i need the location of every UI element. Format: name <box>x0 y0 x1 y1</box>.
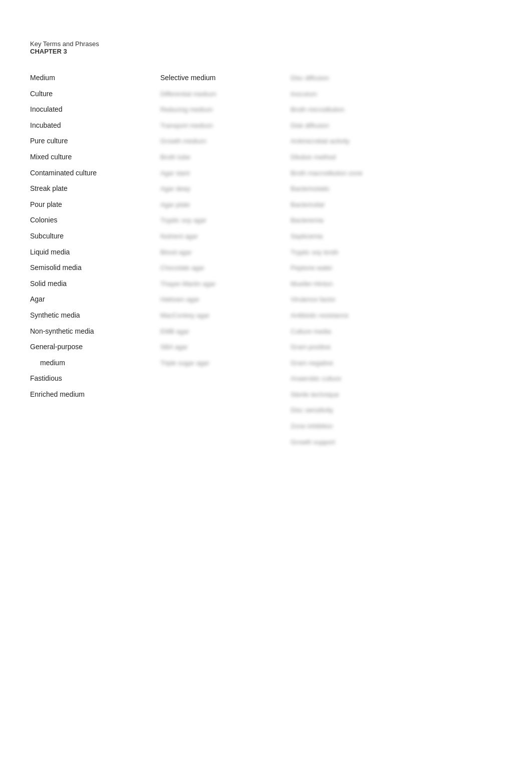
list-item: Anaerobic culture <box>291 371 502 387</box>
list-item: Bacteremia <box>291 212 502 228</box>
list-item: Agar <box>30 292 160 308</box>
header-line1: Key Terms and Phrases <box>30 40 502 48</box>
list-item: Selective medium <box>160 70 291 86</box>
list-item: Medium <box>30 70 160 86</box>
list-item: Incubated <box>30 118 160 134</box>
list-item: Culture <box>30 86 160 102</box>
list-item: Enriched medium <box>30 387 160 403</box>
list-item: Chocolate agar <box>160 260 291 276</box>
list-item: MacConkey agar <box>160 308 291 324</box>
list-item: Tryptic soy broth <box>291 244 502 260</box>
list-item: Disk diffusion <box>291 118 502 134</box>
list-item: Liquid media <box>30 244 160 260</box>
list-item: General-purpose <box>30 339 160 355</box>
list-item: Disc diffusion <box>291 70 502 86</box>
list-item: Differential medium <box>160 86 291 102</box>
list-item: Peptone water <box>291 260 502 276</box>
list-item: Mixed culture <box>30 149 160 165</box>
list-item: Fastidious <box>30 371 160 387</box>
column-2: Selective mediumDifferential mediumReduc… <box>160 70 291 450</box>
list-item: Triple sugar agar <box>160 355 291 371</box>
list-item: Hektoen agar <box>160 292 291 308</box>
list-item: Tryptic soy agar <box>160 212 291 228</box>
list-item: Zone inhibition <box>291 418 502 434</box>
list-item: Growth medium <box>160 133 291 149</box>
list-item: Transport medium <box>160 118 291 134</box>
list-item: Broth microdilution <box>291 102 502 118</box>
list-item: Synthetic media <box>30 308 160 324</box>
list-item: Culture media <box>291 324 502 340</box>
list-item: Sterile technique <box>291 387 502 403</box>
list-item: Growth support <box>291 434 502 450</box>
column-3: Disc diffusionInoculumBroth microdilutio… <box>291 70 502 450</box>
list-item: Contaminated culture <box>30 165 160 181</box>
page-header: Key Terms and Phrases CHAPTER 3 <box>30 40 502 55</box>
list-item: Gram negative <box>291 355 502 371</box>
list-item: Gram positive <box>291 339 502 355</box>
header-line2: CHAPTER 3 <box>30 48 502 55</box>
terms-columns: MediumCultureInoculatedIncubatedPure cul… <box>30 70 502 450</box>
list-item: Broth tube <box>160 149 291 165</box>
list-item: Inoculum <box>291 86 502 102</box>
list-item: Mueller-Hinton <box>291 276 502 292</box>
list-item: Blood agar <box>160 244 291 260</box>
column-1: MediumCultureInoculatedIncubatedPure cul… <box>30 70 160 450</box>
list-item: Inoculated <box>30 102 160 118</box>
list-item: Reducing medium <box>160 102 291 118</box>
list-item: Subculture <box>30 228 160 244</box>
list-item: Streak plate <box>30 181 160 197</box>
list-item: Nutrient agar <box>160 228 291 244</box>
list-item: Agar plate <box>160 197 291 213</box>
list-item: Antimicrobial activity <box>291 133 502 149</box>
list-item: Thayer-Martin agar <box>160 276 291 292</box>
list-item: Agar slant <box>160 165 291 181</box>
list-item: Pour plate <box>30 197 160 213</box>
list-item: EMB agar <box>160 324 291 340</box>
list-item: Disc sensitivity <box>291 402 502 418</box>
list-item: Bacteriostatic <box>291 181 502 197</box>
list-item: Non-synthetic media <box>30 324 160 340</box>
list-item: Pure culture <box>30 133 160 149</box>
list-item: Dilution method <box>291 149 502 165</box>
list-item: Virulence factor <box>291 292 502 308</box>
list-item: medium <box>30 355 160 371</box>
list-item: Antibiotic resistance <box>291 308 502 324</box>
list-item: Semisolid media <box>30 260 160 276</box>
list-item: Broth macrodilution zone <box>291 165 502 181</box>
list-item: Colonies <box>30 212 160 228</box>
list-item: Solid media <box>30 276 160 292</box>
list-item: Septicemia <box>291 228 502 244</box>
list-item: SBA agar <box>160 339 291 355</box>
list-item: Agar deep <box>160 181 291 197</box>
list-item: Bactericidal <box>291 197 502 213</box>
